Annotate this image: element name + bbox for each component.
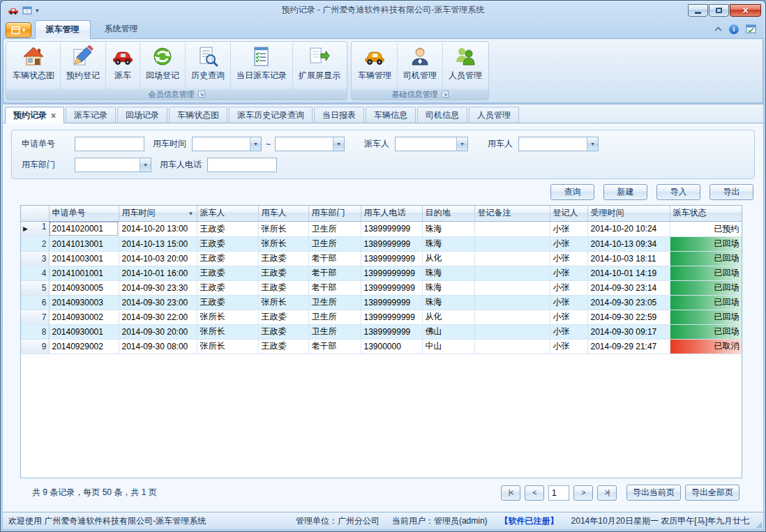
last-page-button[interactable]: >| [597,485,617,501]
dispatcher-combo[interactable]: ▾ [395,137,468,151]
grid-row[interactable]: 6201409300032014-09-30 23:00王政委张所长卫生所138… [21,295,742,310]
chevron-down-icon[interactable]: ▾ [587,137,598,151]
doc-tab[interactable]: 车辆状态图 [169,107,227,123]
return-button[interactable]: 回场登记 [140,43,185,89]
column-header[interactable]: 用车时间▼ [119,206,197,221]
doc-tab[interactable]: 预约记录× [5,107,64,123]
import-button[interactable]: 导入 [656,184,700,200]
chevron-down-icon[interactable]: ▾ [140,158,151,172]
row-number: 5 [42,283,47,293]
export-all-pages-button[interactable]: 导出全部页 [685,485,739,501]
chevron-down-icon[interactable]: ▾ [333,137,344,151]
column-header[interactable]: 目的地 [422,206,474,221]
dispatch-button[interactable]: 派车 [105,43,140,89]
grid-row[interactable]: ▶1201410200012014-10-20 13:00王政委张所长卫生所13… [21,221,742,236]
use-time-from-combo[interactable]: ▾ [192,137,262,151]
vehicle-mgmt-button[interactable]: 车辆管理 [352,43,397,89]
doc-tab[interactable]: 司机信息 [417,107,467,123]
extend-screen-button[interactable]: 扩展屏显示 [292,43,346,89]
close-button[interactable]: × [730,4,761,17]
grid-cell: 小张 [550,324,587,339]
request-no-input[interactable] [75,137,144,151]
ribbon-button-label: 回场登记 [146,70,179,82]
app-menu-button[interactable]: ▾ [6,22,31,38]
column-header[interactable]: 申请单号 [49,206,119,221]
grid-row[interactable]: 3201410030012014-10-03 20:00王政委王政委老干部138… [21,251,742,266]
ribbon-tab-row: ▾ 派车管理 系统管理 i [3,20,763,38]
help-icon[interactable]: i [729,24,739,34]
minimize-button[interactable] [688,4,708,17]
grid-cell: 20140930003 [49,295,119,310]
ribbon-tab-system-management[interactable]: 系统管理 [94,20,149,38]
column-header[interactable]: 用车人 [258,206,308,221]
theme-icon[interactable] [746,24,756,34]
grid-row[interactable]: 4201410010012014-10-01 16:00王政委王政委老干部139… [21,266,742,280]
export-current-page-button[interactable]: 导出当前页 [626,485,681,501]
grid-cell: 王政委 [258,310,308,324]
grid-cell: 20140930005 [49,280,119,295]
doc-tab[interactable]: 人员管理 [469,107,519,123]
column-header[interactable]: 受理时间 [587,206,670,221]
grid-cell: 2014-10-03 18:11 [587,251,670,266]
qat-dropdown-icon[interactable]: ▾ [36,7,39,14]
ribbon-group: 车辆管理司机管理人员管理基础信息管理 [351,41,489,100]
dialog-launcher-icon[interactable] [442,91,449,98]
history-button[interactable]: 历史查询 [185,43,230,89]
next-page-button[interactable]: > [573,485,593,501]
doc-tab[interactable]: 派车记录 [66,107,116,123]
vehicle-status-button[interactable]: 车辆状态图 [7,43,60,89]
ribbon-button-label: 扩展屏显示 [299,70,340,82]
export-button[interactable]: 导出 [709,184,753,200]
column-header[interactable]: 用车人电话 [361,206,422,221]
use-time-to-combo[interactable]: ▾ [275,137,345,151]
user-combo[interactable]: ▾ [518,137,599,151]
grid-cell: 13999999999 [361,266,422,280]
grid-row[interactable]: 9201409290022014-09-30 08:00张所长王政委老干部139… [21,339,742,354]
registered-link[interactable]: 【软件已注册】 [500,515,559,527]
chevron-down-icon[interactable]: ▾ [250,137,261,151]
close-tab-icon[interactable]: × [51,112,56,120]
dialog-launcher-icon[interactable] [198,91,205,98]
grid-cell: 20141003001 [49,251,119,266]
prev-page-button[interactable]: < [525,485,544,501]
filter-panel: 申请单号 用车时间 ▾ ~ ▾ 派车人 ▾ 用车人 ▾ 用车部门 ▾ 用车人电话 [11,130,755,179]
grid-cell: 珠海 [422,295,474,310]
people-mgmt-button[interactable]: 人员管理 [442,43,488,89]
resize-grip-icon[interactable]: ◢ [756,521,762,529]
column-header[interactable]: 派车人 [197,206,258,221]
reservation-button[interactable]: 预约登记 [60,43,105,89]
first-page-button[interactable]: |< [501,485,520,501]
phone-input[interactable] [207,158,277,172]
doc-tab-label: 预约记录 [13,109,47,121]
daily-dispatch-button[interactable]: 当日派车记录 [230,43,292,89]
grid-row[interactable]: 2201410130012014-10-13 15:00王政委张所长卫生所138… [21,236,742,251]
window-layout-icon[interactable] [22,5,33,16]
ribbon-collapse-icon[interactable] [714,26,722,31]
row-number: 7 [42,312,47,322]
column-header[interactable]: 派车状态 [670,206,742,221]
driver-mgmt-button[interactable]: 司机管理 [397,43,442,89]
column-header[interactable]: 登记人 [550,206,587,221]
dispatch-status-cell: 已回场 [670,266,742,280]
doc-tab-label: 车辆状态图 [177,109,219,121]
column-header[interactable]: 登记备注 [474,206,550,221]
grid-row[interactable]: 5201409300052014-09-30 23:30王政委王政委老干部139… [21,280,742,295]
column-header[interactable]: 用车部门 [308,206,361,221]
maximize-button[interactable] [709,4,729,17]
grid-row[interactable]: 7201409300022014-09-30 22:00张所长王政委卫生所139… [21,310,742,324]
doc-tab-label: 派车记录 [74,109,107,121]
doc-tab[interactable]: 当日报表 [314,107,364,123]
doc-tab[interactable]: 回场记录 [117,107,167,123]
doc-tab[interactable]: 车辆信息 [366,107,416,123]
grid-cell: 2014-10-20 10:24 [587,221,670,236]
ribbon-tab-dispatch-management[interactable]: 派车管理 [35,20,91,39]
query-button[interactable]: 查询 [550,184,594,200]
grid-cell: 卫生所 [308,295,361,310]
grid-row[interactable]: 8201409300012014-09-30 20:00张所长王政委卫生所138… [21,324,742,339]
new-button[interactable]: 新建 [603,184,647,200]
doc-tab[interactable]: 派车历史记录查询 [229,107,313,123]
chevron-down-icon[interactable]: ▾ [456,137,467,151]
page-number-input[interactable] [548,485,569,501]
dept-combo[interactable]: ▾ [75,158,151,172]
ribbon-button-label: 派车 [114,70,131,82]
